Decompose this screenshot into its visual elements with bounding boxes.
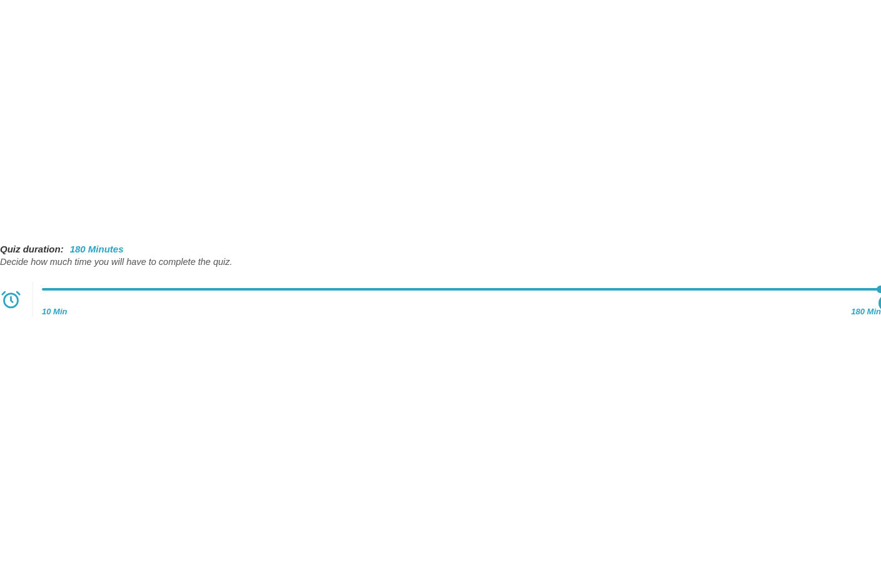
- edge-gradient: [0, 319, 19, 588]
- duration-slider[interactable]: 10 Min 180 Min: [42, 282, 881, 316]
- slider-min-label: 10 Min: [42, 307, 67, 316]
- duration-description: Decide how much time you will have to co…: [0, 257, 881, 267]
- slider-thumb[interactable]: [877, 286, 881, 293]
- alarm-clock-icon: [1, 289, 21, 310]
- clock-icon-wrap: [0, 282, 21, 310]
- slider-tick-labels: 10 Min 180 Min: [42, 307, 881, 316]
- duration-value: 180 Minutes: [70, 244, 124, 254]
- duration-header: Quiz duration: 180 Minutes: [0, 244, 881, 254]
- slider-track[interactable]: [42, 288, 881, 291]
- duration-slider-container: 10 Min 180 Min: [0, 282, 881, 317]
- duration-label: Quiz duration:: [0, 244, 64, 254]
- quiz-duration-section: Quiz duration: 180 Minutes Decide how mu…: [0, 244, 881, 267]
- vertical-divider: [33, 282, 33, 317]
- slider-max-label: 180 Min: [851, 307, 881, 316]
